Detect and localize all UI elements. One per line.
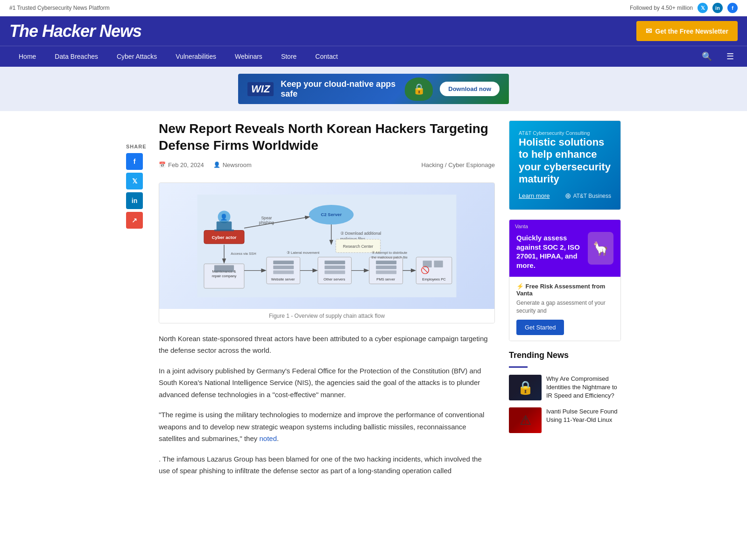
wiz-ad-banner[interactable]: WIZ Keep your cloud-native apps safe 🔒 D… (238, 74, 509, 104)
svg-text:Research Center: Research Center (343, 244, 373, 249)
article-image: Cyber actor 👤 C2 Server (159, 182, 495, 323)
article-meta-left: 📅 Feb 20, 2024 👤 Newsroom (159, 161, 252, 168)
svg-rect-39 (434, 260, 443, 267)
article-category[interactable]: Hacking / Cyber Espionage (421, 161, 495, 168)
article-meta: 📅 Feb 20, 2024 👤 Newsroom Hacking / Cybe… (159, 161, 495, 173)
att-ad-headline: Holistic solutions to help enhance your … (519, 136, 611, 186)
tagline: #1 Trusted Cybersecurity News Platform (9, 5, 110, 11)
svg-text:Access via SSH: Access via SSH (231, 252, 256, 256)
svg-rect-6 (214, 229, 234, 231)
search-icon: 🔍 (702, 52, 712, 61)
menu-button[interactable]: ☰ (723, 48, 738, 65)
article-paragraph-2: In a joint advisory published by Germany… (159, 365, 495, 401)
main-container: SHARE f 𝕏 in ↗ New Report Reveals North … (117, 111, 630, 495)
svg-rect-33 (376, 260, 396, 264)
article-date: 📅 Feb 20, 2024 (159, 161, 204, 168)
svg-text:C2 Server: C2 Server (321, 212, 342, 217)
article-paragraph-1: North Korean state-sponsored threat acto… (159, 333, 495, 357)
site-header: The Hacker News ✉ Get the Free Newslette… (0, 16, 747, 46)
att-ad-footer: Learn more ⊕ AT&T Business (519, 191, 611, 200)
vanta-brand: Vanta (515, 224, 528, 229)
svg-rect-28 (324, 260, 345, 264)
svg-text:Employees PC: Employees PC (422, 277, 446, 281)
article-paragraph-4-text: . The infamous Lazarus Group has been bl… (159, 455, 482, 475)
svg-rect-5 (217, 221, 232, 230)
svg-text:② Download additional: ② Download additional (340, 231, 381, 236)
vanta-ad-text: Quickly assess against SOC 2, ISO 27001,… (516, 233, 582, 270)
svg-rect-25 (273, 270, 294, 274)
trending-item-1[interactable]: 🔒 Why Are Compromised Identities the Nig… (509, 375, 621, 400)
svg-text:👤: 👤 (220, 213, 228, 221)
nav-webinars[interactable]: Webinars (226, 46, 272, 67)
article-paragraph-3-text: "The regime is using the military techno… (159, 411, 484, 442)
search-button[interactable]: 🔍 (698, 48, 716, 65)
article-paragraph-3: "The regime is using the military techno… (159, 409, 495, 445)
att-logo-text: AT&T Business (573, 193, 611, 199)
att-logo: ⊕ AT&T Business (565, 191, 611, 200)
trending-item-2[interactable]: ⚠ Ivanti Pulse Secure Found Using 11-Yea… (509, 407, 621, 433)
trending-item-2-title: Ivanti Pulse Secure Found Using 11-Year-… (546, 407, 621, 433)
trending-item-1-title: Why Are Compromised Identities the Night… (546, 375, 621, 400)
hamburger-icon: ☰ (726, 52, 734, 61)
nav-vulnerabilities[interactable]: Vulnerabilities (166, 46, 226, 67)
main-nav: Home Data Breaches Cyber Attacks Vulnera… (0, 46, 747, 67)
ad-banner-wrapper: WIZ Keep your cloud-native apps safe 🔒 D… (0, 67, 747, 111)
newsletter-button[interactable]: ✉ Get the Free Newsletter (636, 21, 738, 41)
trending-underline (509, 366, 528, 368)
site-title[interactable]: The Hacker News (9, 21, 141, 41)
svg-rect-34 (376, 266, 396, 269)
svg-rect-35 (376, 270, 396, 274)
vanta-ad-card: Vanta Quickly assess against SOC 2, ISO … (509, 219, 621, 341)
share-twitter-button[interactable]: 𝕏 (126, 173, 143, 189)
article-diagram: Cyber actor 👤 C2 Server (159, 183, 494, 309)
att-ad-card: AT&T Cybersecurity Consulting Holistic s… (509, 120, 621, 210)
share-label: SHARE (126, 144, 145, 149)
vanta-get-started-btn[interactable]: Get Started (516, 320, 564, 335)
nav-right: 🔍 ☰ (698, 48, 738, 65)
attack-flow-diagram: Cyber actor 👤 C2 Server (159, 195, 494, 297)
wiz-download-btn[interactable]: Download now (440, 82, 500, 96)
noted-link[interactable]: noted (259, 434, 277, 442)
facebook-top-icon[interactable]: f (727, 3, 738, 13)
nav-home[interactable]: Home (9, 46, 45, 67)
article-date-text: Feb 20, 2024 (168, 161, 204, 168)
svg-text:repair company: repair company (212, 274, 237, 278)
trending-section: Trending News 🔒 Why Are Compromised Iden… (509, 350, 621, 433)
share-sidebar: SHARE f 𝕏 in ↗ (126, 120, 145, 485)
vanta-ad-top[interactable]: Vanta Quickly assess against SOC 2, ISO … (509, 220, 620, 277)
nav-cyber-attacks[interactable]: Cyber Attacks (107, 46, 166, 67)
article-author: 👤 Newsroom (213, 161, 252, 168)
svg-rect-24 (273, 266, 294, 269)
svg-rect-23 (273, 260, 294, 264)
svg-text:④ Attempt to distribute: ④ Attempt to distribute (372, 251, 408, 255)
share-facebook-button[interactable]: f (126, 153, 143, 170)
trending-title: Trending News (509, 350, 621, 364)
article-title: New Report Reveals North Korean Hackers … (159, 120, 495, 154)
nav-store[interactable]: Store (272, 46, 306, 67)
linkedin-top-icon[interactable]: in (712, 3, 723, 13)
svg-text:🚫: 🚫 (421, 266, 430, 274)
svg-rect-29 (324, 266, 345, 269)
att-learn-more-link[interactable]: Learn more (519, 192, 550, 199)
share-more-button[interactable]: ↗ (126, 212, 143, 229)
share-linkedin-button[interactable]: in (126, 192, 143, 209)
article-image-container: Cyber actor 👤 C2 Server (159, 182, 495, 323)
nav-contact[interactable]: Contact (306, 46, 347, 67)
svg-text:Other servers: Other servers (324, 277, 345, 281)
svg-rect-18 (214, 265, 234, 272)
followed-text: Followed by 4.50+ million (630, 5, 693, 11)
nav-data-breaches[interactable]: Data Breaches (45, 46, 107, 67)
right-sidebar: AT&T Cybersecurity Consulting Holistic s… (509, 120, 621, 485)
vanta-mascot-icon: 🦙 (588, 232, 613, 265)
image-caption: Figure 1 - Overview of supply chain atta… (159, 309, 494, 323)
article-author-text: Newsroom (223, 161, 252, 168)
nav-items: Home Data Breaches Cyber Attacks Vulnera… (9, 46, 347, 67)
twitter-top-icon[interactable]: 𝕏 (698, 3, 708, 13)
vanta-ad-bottom: ⚡ Free Risk Assessment from Vanta Genera… (509, 277, 620, 341)
svg-text:Website server: Website server (271, 277, 295, 281)
svg-text:the malicious patch file: the malicious patch file (372, 255, 408, 259)
att-ad[interactable]: AT&T Cybersecurity Consulting Holistic s… (509, 121, 620, 210)
svg-text:③ Lateral movement: ③ Lateral movement (287, 251, 320, 255)
top-bar-right: Followed by 4.50+ million 𝕏 in f (630, 3, 738, 13)
calendar-icon: 📅 (159, 161, 166, 168)
